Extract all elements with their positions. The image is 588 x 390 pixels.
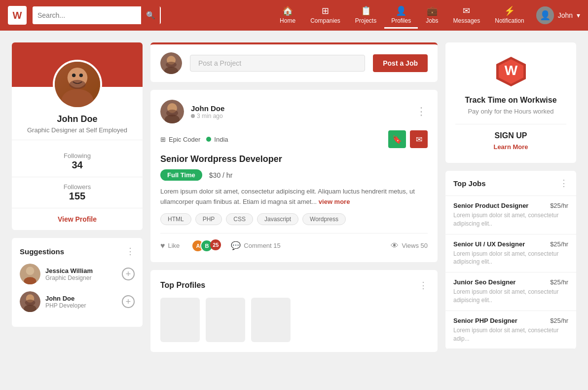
ad-title: Track Time on Workwise — [455, 96, 566, 105]
job-card: John Doe 3 min ago ⋮ ⊞ Epic Coder India — [150, 90, 438, 262]
avatar-image — [55, 62, 100, 107]
suggestions-card: Suggestions ⋮ Jessica William Graphic De… — [12, 238, 143, 327]
suggestions-header: Suggestions ⋮ — [20, 246, 135, 257]
nav-item-notification[interactable]: ⚡ Notification — [488, 2, 531, 29]
skill-html: HTML — [160, 213, 191, 225]
companies-icon: ⊞ — [322, 5, 329, 16]
top-profiles-card: Top Profiles ⋮ — [150, 270, 438, 352]
ad-subtitle: Pay only for the Hours worked — [455, 108, 566, 115]
add-suggestion-1-button[interactable]: + — [122, 268, 135, 280]
like-avatars: A B 25 — [191, 239, 221, 252]
bookmark-button[interactable]: 🔖 — [388, 130, 406, 148]
svg-point-19 — [166, 110, 178, 117]
ad-logo: W — [494, 54, 528, 89]
top-job-row-2: Senior UI / UX Designer $25/hr — [453, 240, 568, 248]
page-container: John Doe Graphic Designer at Self Employ… — [0, 31, 588, 364]
nav-item-companies[interactable]: ⊞ Companies — [303, 2, 347, 29]
ad-card: W Track Time on Workwise Pay only for th… — [445, 42, 576, 163]
skill-javascript: Javascript — [257, 213, 298, 225]
location-dot — [206, 137, 211, 142]
profile-info: John Doe Graphic Designer at Self Employ… — [12, 109, 143, 134]
nav-item-home[interactable]: 🏠 Home — [273, 2, 302, 29]
app-logo[interactable]: W — [8, 6, 27, 25]
main-content: Post a Project Post a Job John Doe — [150, 42, 438, 352]
navbar: W 🔍 🏠 Home ⊞ Companies 📋 Projects 👤 Prof… — [0, 0, 588, 31]
comment-action[interactable]: 💬 Comment 15 — [231, 241, 280, 250]
views-icon: 👁 — [391, 241, 399, 250]
job-type-row: Full Time $30 / hr — [160, 169, 428, 181]
like-action[interactable]: ♥ Like — [160, 241, 180, 250]
top-profile-card-1[interactable] — [160, 298, 200, 342]
user-menu[interactable]: 👤 John ▾ — [536, 6, 580, 24]
signup-button[interactable]: SIGN UP — [455, 131, 566, 140]
profile-title: Graphic Designer at Self Employed — [20, 126, 135, 134]
job-menu-icon[interactable]: ⋮ — [416, 105, 428, 118]
top-job-row-3: Junior Seo Designer $25/hr — [453, 278, 568, 286]
skills-row: HTML PHP CSS Javascript Wordpress — [160, 213, 428, 225]
online-dot — [191, 114, 195, 118]
top-profile-card-2[interactable] — [206, 298, 245, 342]
top-job-item-4[interactable]: Senior PHP Designer $25/hr Lorem ipsum d… — [445, 311, 576, 350]
post-actions-card: Post a Project Post a Job — [150, 42, 438, 82]
profile-avatar — [53, 60, 102, 109]
nav-item-projects[interactable]: 📋 Projects — [348, 2, 383, 29]
view-more-link[interactable]: view more — [319, 198, 350, 205]
svg-point-4 — [69, 80, 85, 89]
suggestions-title: Suggestions — [20, 247, 64, 256]
job-card-header: John Doe 3 min ago ⋮ — [160, 100, 428, 123]
location-tag: India — [206, 136, 228, 143]
right-sidebar: W Track Time on Workwise Pay only for th… — [445, 42, 576, 352]
suggestion-item-2: John Doe PHP Developer + — [20, 291, 135, 312]
suggestion-item-1: Jessica William Graphic Designer + — [20, 264, 135, 284]
views-action: 👁 Views 50 — [391, 241, 428, 250]
company-grid-icon: ⊞ — [160, 136, 166, 143]
learn-more-link[interactable]: Learn More — [493, 143, 528, 151]
suggestions-more-icon[interactable]: ⋮ — [126, 246, 135, 257]
top-profiles-more-icon[interactable]: ⋮ — [419, 280, 428, 291]
svg-point-2 — [72, 74, 75, 77]
message-button[interactable]: ✉ — [410, 130, 428, 148]
search-input[interactable] — [33, 6, 141, 24]
job-rate: $30 / hr — [209, 171, 232, 179]
like-count-badge: 25 — [210, 239, 221, 250]
nav-item-messages[interactable]: ✉ Messages — [446, 2, 487, 29]
svg-point-15 — [166, 62, 177, 68]
add-suggestion-2-button[interactable]: + — [122, 295, 135, 308]
svg-point-1 — [61, 89, 93, 107]
top-job-item-1[interactable]: Senior Product Designer $25/hr Lorem ips… — [445, 196, 576, 234]
notification-wrap: ⚡ Notification — [488, 2, 531, 29]
top-jobs-title: Top Jobs — [453, 179, 486, 188]
top-job-item-2[interactable]: Senior UI / UX Designer $25/hr Lorem ips… — [445, 234, 576, 273]
job-poster-info: John Doe 3 min ago — [191, 104, 409, 119]
job-type-badge: Full Time — [160, 169, 202, 181]
top-job-item-3[interactable]: Junior Seo Designer $25/hr Lorem ipsum d… — [445, 273, 576, 311]
profile-stats: Following 34 Followers 155 View Profile — [12, 146, 143, 230]
top-profile-card-3[interactable] — [251, 298, 291, 342]
job-card-footer: ♥ Like A B 25 💬 Comment 15 👁 Views 50 — [160, 233, 428, 252]
svg-point-11 — [25, 300, 36, 306]
top-jobs-card: Top Jobs ⋮ Senior Product Designer $25/h… — [445, 171, 576, 349]
post-project-button[interactable]: Post a Project — [190, 55, 365, 72]
nav-item-jobs[interactable]: 💼 Jobs — [419, 2, 445, 29]
suggestion-name-2: John Doe — [45, 295, 117, 302]
post-job-button[interactable]: Post a Job — [373, 54, 428, 72]
suggestion-role-1: Graphic Designer — [45, 274, 117, 281]
top-jobs-more-icon[interactable]: ⋮ — [559, 178, 568, 189]
search-button[interactable]: 🔍 — [141, 6, 160, 24]
view-profile-button[interactable]: View Profile — [12, 208, 143, 230]
post-user-avatar — [160, 52, 182, 74]
messages-icon: ✉ — [463, 5, 470, 16]
job-description: Lorem ipsum dolor sit amet, consectetur … — [160, 187, 428, 207]
search-bar: 🔍 — [33, 6, 161, 24]
svg-point-3 — [79, 74, 82, 77]
followers-stat: Followers 155 — [12, 177, 143, 208]
nav-item-profiles[interactable]: 👤 Profiles — [384, 2, 418, 29]
notification-icon: ⚡ — [504, 5, 515, 16]
top-job-row-4: Senior PHP Designer $25/hr — [453, 317, 568, 324]
comment-icon: 💬 — [231, 241, 241, 250]
skill-php: PHP — [195, 213, 222, 225]
suggestion-avatar-2 — [20, 291, 40, 312]
job-tags-row: ⊞ Epic Coder India 🔖 ✉ — [160, 130, 428, 148]
like-icon: ♥ — [160, 241, 165, 250]
suggestion-name-1: Jessica William — [45, 267, 117, 274]
